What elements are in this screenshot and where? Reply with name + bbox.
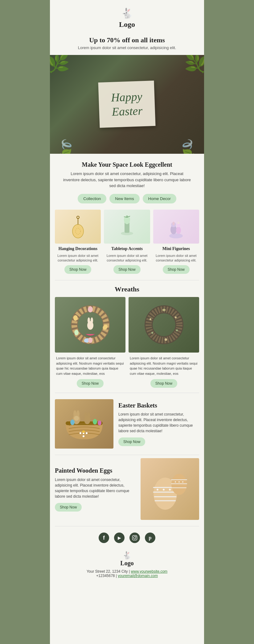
logo-icon: 🐇	[56, 7, 198, 19]
category-buttons: Collection New Items Home Decor	[50, 194, 204, 210]
svg-point-51	[83, 435, 84, 437]
instagram-icon[interactable]	[129, 533, 140, 543]
svg-point-27	[91, 317, 93, 324]
basket-section: Easter Baskets Lorem ipsum dolor sit ame…	[50, 393, 204, 455]
hero-subtext: Lorem ipsum dolor sit amet consectetur, …	[50, 45, 204, 55]
header: 🐇 Logo	[50, 0, 204, 32]
svg-point-12	[176, 227, 181, 234]
svg-rect-68	[133, 536, 137, 540]
leaf-decoration-br: 🍃	[179, 139, 198, 154]
wreaths-title: Wreaths	[50, 280, 204, 297]
wooden-desc: Lorem ipsum dolor sit amet consectetur, …	[55, 477, 136, 499]
wooden-title: Painted Wooden Eggs	[55, 466, 136, 475]
shop-now-baskets[interactable]: Shop Now	[118, 437, 145, 446]
new-items-button[interactable]: New Items	[109, 194, 139, 203]
email-container: 🐇 Logo Up to 70% off on all items Lorem …	[50, 0, 204, 644]
happy-easter-card: Happy Easter	[98, 81, 156, 128]
svg-point-65	[175, 481, 176, 483]
svg-point-61	[171, 474, 187, 495]
wreath-grid: Lorem ipsum dolor sit amet consectetur a…	[50, 297, 204, 393]
product-card-tabletop: Tabletop Accents Lorem ipsum dolor sit a…	[104, 210, 150, 274]
svg-point-43	[84, 412, 87, 418]
shop-now-tabletop[interactable]: Shop Now	[113, 265, 140, 274]
footer-email-link[interactable]: youremail@domain.com	[118, 574, 158, 578]
main-section-body: Lorem ipsum dolor sit amet consectetur, …	[50, 171, 204, 194]
product-image-tabletop	[104, 210, 150, 244]
leaf-decoration-tl: 🌿	[50, 55, 70, 74]
svg-point-67	[182, 481, 183, 483]
basket-image	[55, 399, 113, 449]
social-row: f ▶ p	[50, 526, 204, 546]
logo-text: Logo	[119, 20, 135, 28]
svg-point-46	[93, 419, 97, 424]
wooden-content: Painted Wooden Eggs Lorem ipsum dolor si…	[55, 466, 136, 512]
product-title-hanging: Hanging Decorations	[55, 246, 101, 252]
svg-point-16	[178, 222, 179, 224]
svg-point-66	[178, 481, 180, 483]
footer-contact: +12345678 | youremail@domain.com	[56, 574, 198, 578]
shop-now-wreath-1[interactable]: Shop Now	[77, 379, 104, 388]
svg-point-26	[88, 317, 90, 324]
footer-logo-text: Logo	[56, 560, 198, 567]
svg-point-58	[157, 489, 158, 491]
wooden-section: Painted Wooden Eggs Lorem ipsum dolor si…	[50, 455, 204, 526]
shop-now-wooden[interactable]: Shop Now	[55, 503, 82, 512]
shop-now-hanging[interactable]: Shop Now	[64, 265, 91, 274]
svg-point-49	[80, 432, 81, 434]
basket-desc: Lorem ipsum dolor sit amet consectetur, …	[118, 412, 199, 434]
hero-headline: Up to 70% off on all items	[50, 32, 204, 45]
wreath-card-1: Lorem ipsum dolor sit amet consectetur a…	[55, 297, 125, 393]
svg-point-44	[88, 412, 90, 418]
leaf-decoration-tr: 🌿	[184, 55, 204, 74]
svg-point-24	[73, 315, 78, 321]
wooden-image	[141, 458, 199, 520]
svg-point-23	[74, 330, 79, 335]
hero-image: 🌿 🌿 🍃 🍃 Happy Easter	[50, 55, 204, 154]
wreath-image-1	[55, 297, 125, 353]
svg-point-33	[165, 338, 167, 341]
main-section-headline: Make Your Space Look Eggcellent	[50, 154, 204, 171]
home-decor-button[interactable]: Home Decor	[143, 194, 176, 203]
product-grid: Hanging Decorations Lorem ipsum dolor si…	[50, 210, 204, 280]
footer-website-link[interactable]: www.yourwebsite.com	[131, 569, 167, 574]
product-card-figurines: Mini Figurines Lorem ipsum dolor sit ame…	[153, 210, 199, 274]
product-title-figurines: Mini Figurines	[153, 246, 199, 252]
svg-point-31	[175, 316, 177, 318]
svg-point-34	[151, 332, 153, 334]
collection-button[interactable]: Collection	[78, 194, 106, 203]
footer-address: Your Street 22, 1234 City | www.yourwebs…	[56, 569, 198, 574]
svg-point-19	[88, 306, 93, 312]
product-card-hanging: Hanging Decorations Lorem ipsum dolor si…	[55, 210, 101, 274]
wreath-card-2: Lorem ipsum dolor sit amet consectetur a…	[129, 297, 199, 393]
product-desc-tabletop: Lorem ipsum dolor sit amet consectetur a…	[104, 253, 150, 263]
svg-point-15	[172, 222, 175, 225]
leaf-decoration-bl: 🍃	[56, 139, 75, 154]
wreath-desc-1: Lorem ipsum dolor sit amet consectetur a…	[55, 356, 125, 376]
happy-easter-text: Happy Easter	[111, 90, 143, 119]
footer: 🐇 Logo Your Street 22, 1234 City | www.y…	[50, 546, 204, 585]
product-image-figurines	[153, 210, 199, 244]
svg-point-10	[169, 233, 183, 238]
product-desc-figurines: Lorem ipsum dolor sit amet consectetur a…	[153, 253, 199, 263]
footer-logo-icon: 🐇	[56, 551, 198, 560]
svg-point-22	[88, 337, 92, 343]
wreath-image-2	[129, 297, 199, 353]
svg-point-59	[163, 489, 165, 491]
basket-content: Easter Baskets Lorem ipsum dolor sit ame…	[118, 402, 199, 446]
svg-point-69	[133, 537, 136, 539]
shop-now-wreath-2[interactable]: Shop Now	[150, 379, 177, 388]
basket-title: Easter Baskets	[118, 402, 199, 409]
wreath-desc-2: Lorem ipsum dolor sit amet consectetur a…	[129, 356, 199, 376]
svg-point-70	[136, 536, 136, 537]
facebook-icon[interactable]: f	[99, 533, 109, 543]
product-image-hanging	[55, 210, 101, 244]
svg-point-0	[72, 224, 84, 238]
svg-point-60	[169, 489, 171, 491]
shop-now-figurines[interactable]: Shop Now	[163, 265, 190, 274]
svg-point-41	[74, 416, 79, 421]
svg-point-52	[82, 430, 85, 433]
youtube-icon[interactable]: ▶	[114, 533, 125, 543]
svg-point-50	[86, 432, 88, 434]
pinterest-icon[interactable]: p	[145, 533, 155, 543]
svg-point-36	[162, 309, 166, 311]
